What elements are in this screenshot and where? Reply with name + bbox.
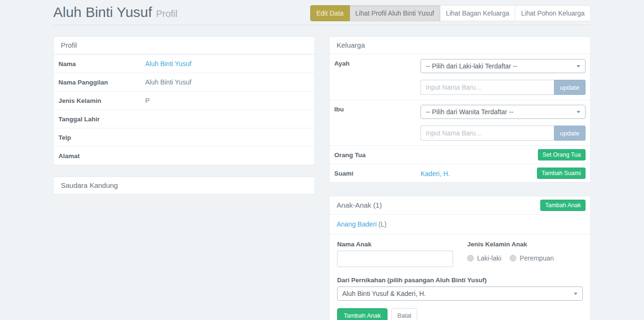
add-child-form: Nama Anak Jenis Kelamin Anak Laki-laki (330, 234, 590, 320)
saudara-kandung-panel-title: Saudara Kandung (54, 177, 314, 194)
ayah-label: Ayah (334, 59, 421, 67)
anak-anak-panel-title: Anak-Anak (1) (337, 201, 382, 210)
profil-panel-title: Profil (54, 37, 314, 54)
ibu-select[interactable]: -- Pilih dari Wanita Terdaftar -- (421, 105, 586, 119)
row-label: Jenis Kelamin (54, 93, 140, 109)
orang-tua-label: Orang Tua (334, 152, 421, 159)
row-label: Tanggal Lahir (54, 111, 140, 127)
lihat-profil-button[interactable]: Lihat Profil Aluh Binti Yusuf (350, 5, 440, 21)
chevron-down-icon (574, 293, 578, 295)
radio-option-perempuan[interactable]: Perempuan (510, 254, 553, 262)
page-subtitle: Profil (156, 8, 178, 19)
ibu-update-button[interactable]: update (554, 126, 586, 141)
radio-button-icon[interactable] (467, 255, 474, 261)
main-content: Profil Nama Aluh Binti Yusuf Nama Panggi… (53, 25, 591, 320)
ibu-input-group: update (421, 126, 586, 141)
suami-label: Suami (334, 170, 421, 177)
page: Aluh Binti Yusuf Profil Edit Data Lihat … (0, 0, 644, 320)
set-orang-tua-button[interactable]: Set Orang Tua (538, 149, 586, 160)
pernikahan-select-value: Aluh Binti Yusuf & Kaderi, H. (342, 290, 426, 297)
ayah-input-group: update (421, 80, 586, 95)
row-value (140, 133, 314, 142)
view-button-group: Edit Data Lihat Profil Aluh Binti Yusuf … (310, 5, 591, 21)
row-value (140, 151, 314, 160)
dari-pernikahan-label: Dari Pernikahan (pilih pasangan Aluh Bin… (337, 277, 583, 284)
ayah-row: Ayah -- Pilih dari Laki-laki Terdaftar -… (330, 54, 590, 100)
page-header: Aluh Binti Yusuf Profil Edit Data Lihat … (53, 0, 591, 25)
tambah-anak-header-button[interactable]: Tambah Anak (540, 200, 586, 211)
child-gender-suffix: (L) (379, 220, 387, 228)
tambah-suami-button[interactable]: Tambah Suami (537, 168, 586, 179)
chevron-down-icon (577, 111, 580, 113)
batal-button[interactable]: Batal (391, 308, 418, 320)
ayah-name-input[interactable] (421, 80, 554, 95)
ibu-label: Ibu (334, 105, 421, 113)
suami-link[interactable]: Kaderi, H. (421, 170, 450, 177)
anak-anak-panel: Anak-Anak (1) Tambah Anak Anang Baderi (… (329, 196, 591, 320)
ayah-select[interactable]: -- Pilih dari Laki-laki Terdaftar -- (421, 59, 586, 73)
left-column: Profil Nama Aluh Binti Yusuf Nama Panggi… (53, 36, 315, 320)
ibu-name-input[interactable] (421, 126, 554, 141)
keluarga-panel-title: Keluarga (330, 37, 590, 54)
ibu-select-value: -- Pilih dari Wanita Terdaftar -- (426, 108, 513, 116)
right-column: Keluarga Ayah -- Pilih dari Laki-laki Te… (329, 36, 591, 320)
table-row: Telp (54, 128, 314, 146)
table-row: Jenis Kelamin P (54, 91, 314, 109)
table-row: Nama Aluh Binti Yusuf (54, 54, 314, 73)
saudara-kandung-panel: Saudara Kandung (53, 177, 315, 194)
row-value: Aluh Binti Yusuf (140, 74, 314, 91)
row-label: Nama Panggilan (54, 74, 140, 91)
child-link[interactable]: Anang Baderi (337, 220, 377, 228)
anak-anak-panel-header: Anak-Anak (1) Tambah Anak (330, 196, 590, 214)
row-value: P (140, 92, 314, 109)
nama-anak-input[interactable] (337, 251, 453, 267)
row-label: Telp (54, 129, 140, 146)
edit-data-button[interactable]: Edit Data (310, 5, 350, 21)
radio-button-icon[interactable] (510, 255, 516, 261)
lihat-pohon-keluarga-button[interactable]: Lihat Pohon Keluarga (515, 5, 591, 21)
nama-anak-label: Nama Anak (337, 241, 453, 248)
orang-tua-row: Orang Tua Set Orang Tua (330, 145, 590, 164)
person-name: Aluh Binti Yusuf (53, 4, 152, 20)
radio-label: Laki-laki (477, 254, 501, 262)
ayah-select-value: -- Pilih dari Laki-laki Terdaftar -- (426, 62, 517, 70)
pernikahan-select[interactable]: Aluh Binti Yusuf & Kaderi, H. (337, 286, 583, 301)
keluarga-panel: Keluarga Ayah -- Pilih dari Laki-laki Te… (329, 36, 591, 183)
tambah-anak-submit-button[interactable]: Tambah Anak (337, 308, 388, 320)
jenis-kelamin-anak-label: Jenis Kelamin Anak (467, 241, 554, 248)
suami-row: Suami Kaderi, H. Tambah Suami (330, 164, 590, 182)
profil-panel: Profil Nama Aluh Binti Yusuf Nama Panggi… (53, 36, 315, 165)
page-title: Aluh Binti Yusuf Profil (53, 3, 178, 23)
row-label: Alamat (54, 148, 140, 164)
radio-label: Perempuan (520, 254, 553, 262)
radio-option-laki-laki[interactable]: Laki-laki (467, 254, 501, 262)
row-label: Nama (54, 56, 140, 72)
child-list-item: Anang Baderi (L) (330, 214, 590, 234)
ibu-row: Ibu -- Pilih dari Wanita Terdaftar -- up… (330, 100, 590, 145)
lihat-bagan-keluarga-button[interactable]: Lihat Bagan Keluarga (440, 5, 516, 21)
table-row: Tanggal Lahir (54, 109, 314, 128)
table-row: Nama Panggilan Aluh Binti Yusuf (54, 73, 314, 91)
table-row: Alamat (54, 146, 314, 165)
ayah-update-button[interactable]: update (554, 80, 586, 95)
chevron-down-icon (577, 65, 580, 67)
row-value (140, 114, 314, 124)
nama-link[interactable]: Aluh Binti Yusuf (145, 60, 191, 67)
